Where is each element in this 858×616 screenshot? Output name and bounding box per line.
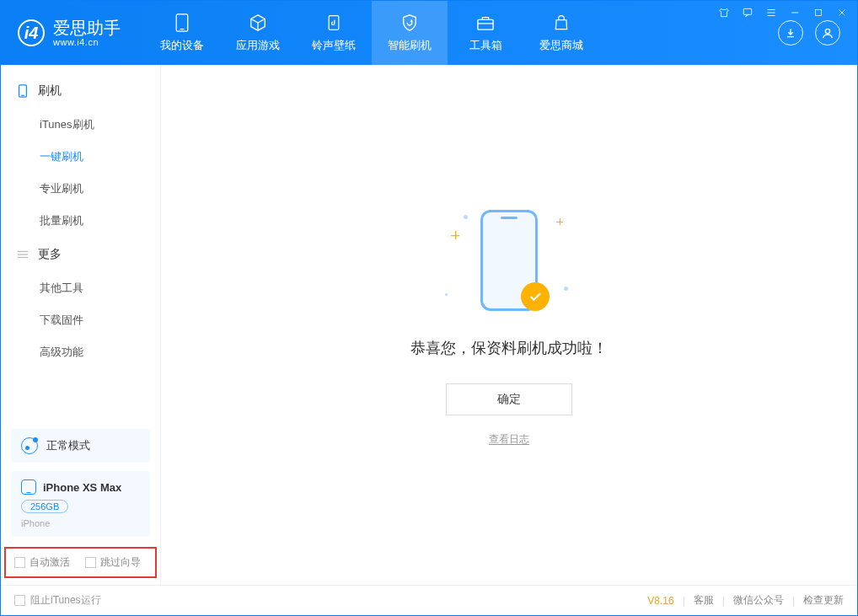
toolbox-icon	[475, 13, 496, 33]
svg-point-12	[825, 29, 829, 33]
mode-icon	[21, 437, 38, 454]
flash-options-highlight: 自动激活 跳过向导	[4, 547, 157, 578]
svg-rect-5	[816, 10, 822, 16]
tab-device[interactable]: 我的设备	[144, 1, 220, 65]
tab-ringtone[interactable]: 铃声壁纸	[296, 1, 372, 65]
wechat-link[interactable]: 微信公众号	[733, 593, 784, 608]
sidebar-item-other[interactable]: 其他工具	[1, 272, 160, 304]
version-label: V8.16	[647, 595, 673, 607]
sidebar-item-pro[interactable]: 专业刷机	[1, 173, 160, 205]
sidebar-group-more: 更多	[1, 237, 160, 272]
tab-label: 铃声壁纸	[312, 38, 356, 53]
status-bar: 阻止iTunes运行 V8.16 | 客服 | 微信公众号 | 检查更新	[1, 585, 857, 615]
download-button[interactable]	[778, 20, 803, 46]
tab-toolbox[interactable]: 工具箱	[448, 1, 523, 65]
device-type: iPhone	[21, 518, 140, 528]
app-domain: www.i4.cn	[53, 37, 121, 47]
bag-icon	[551, 13, 571, 33]
sidebar-item-advanced[interactable]: 高级功能	[1, 336, 160, 368]
tab-label: 我的设备	[160, 38, 204, 53]
checkbox-skip-guide[interactable]: 跳过向导	[85, 555, 141, 570]
mode-card[interactable]: 正常模式	[11, 429, 150, 463]
mode-label: 正常模式	[46, 438, 90, 453]
view-log-link[interactable]: 查看日志	[489, 432, 529, 447]
minimize-icon[interactable]	[788, 6, 802, 19]
storage-badge: 256GB	[21, 500, 68, 513]
tab-flash[interactable]: 智能刷机	[372, 1, 448, 65]
tab-label: 应用游戏	[236, 38, 280, 53]
tab-label: 工具箱	[469, 38, 502, 53]
sidebar-item-oneclick[interactable]: 一键刷机	[1, 141, 160, 173]
sidebar-bottom: 正常模式 iPhone XS Max 256GB iPhone	[1, 420, 160, 547]
checkbox-block-itunes[interactable]: 阻止iTunes运行	[14, 593, 101, 608]
svg-rect-0	[743, 8, 751, 14]
chk-label: 阻止iTunes运行	[30, 593, 101, 608]
device-name: iPhone XS Max	[43, 481, 121, 494]
body: 刷机 iTunes刷机 一键刷机 专业刷机 批量刷机 更多 其他工具 下载固件 …	[1, 65, 857, 585]
music-icon	[324, 13, 344, 33]
tab-label: 爱思商城	[539, 38, 583, 53]
svg-rect-10	[329, 16, 339, 30]
svg-rect-11	[478, 19, 493, 29]
header: i4 爱思助手 www.i4.cn 我的设备 应用游戏 铃声壁纸 智能刷机	[1, 1, 857, 65]
device-card[interactable]: iPhone XS Max 256GB iPhone	[11, 471, 150, 537]
support-link[interactable]: 客服	[694, 593, 714, 608]
ok-button[interactable]: 确定	[446, 383, 572, 415]
logo-icon: i4	[18, 19, 45, 46]
chk-label: 自动激活	[29, 555, 70, 570]
update-link[interactable]: 检查更新	[803, 593, 844, 608]
feedback-icon[interactable]	[741, 6, 754, 19]
tab-label: 智能刷机	[388, 38, 432, 53]
tab-apps[interactable]: 应用游戏	[220, 1, 296, 65]
sidebar-item-itunes[interactable]: iTunes刷机	[1, 109, 160, 141]
group-label: 刷机	[38, 83, 62, 99]
app-name: 爱思助手	[53, 19, 121, 37]
device-icon	[172, 13, 192, 33]
main-content: 恭喜您，保资料刷机成功啦！ 确定 查看日志	[161, 65, 857, 585]
tab-store[interactable]: 爱思商城	[523, 1, 599, 65]
app-window: i4 爱思助手 www.i4.cn 我的设备 应用游戏 铃声壁纸 智能刷机	[0, 0, 858, 616]
nav-tabs: 我的设备 应用游戏 铃声壁纸 智能刷机 工具箱 爱思商城	[144, 1, 599, 65]
sidebar-group-flash: 刷机	[1, 73, 160, 109]
tshirt-icon[interactable]	[717, 6, 731, 19]
check-badge-icon	[521, 282, 550, 311]
chk-label: 跳过向导	[100, 555, 141, 570]
phone-icon	[16, 84, 29, 98]
sidebar: 刷机 iTunes刷机 一键刷机 专业刷机 批量刷机 更多 其他工具 下载固件 …	[1, 65, 161, 585]
cube-icon	[248, 13, 268, 33]
close-icon[interactable]	[835, 6, 849, 19]
menu-icon[interactable]	[764, 6, 778, 19]
checkbox-auto-activate[interactable]: 自动激活	[14, 555, 70, 570]
list-icon	[16, 248, 29, 261]
sidebar-item-firmware[interactable]: 下载固件	[1, 304, 160, 336]
success-message: 恭喜您，保资料刷机成功啦！	[410, 338, 608, 358]
sidebar-item-batch[interactable]: 批量刷机	[1, 205, 160, 237]
shield-refresh-icon	[400, 13, 420, 33]
user-button[interactable]	[815, 20, 840, 46]
window-controls	[717, 6, 849, 19]
device-icon	[21, 479, 36, 495]
success-illustration	[433, 203, 585, 321]
group-label: 更多	[38, 247, 62, 262]
app-logo: i4 爱思助手 www.i4.cn	[1, 1, 136, 65]
maximize-icon[interactable]	[812, 6, 825, 19]
